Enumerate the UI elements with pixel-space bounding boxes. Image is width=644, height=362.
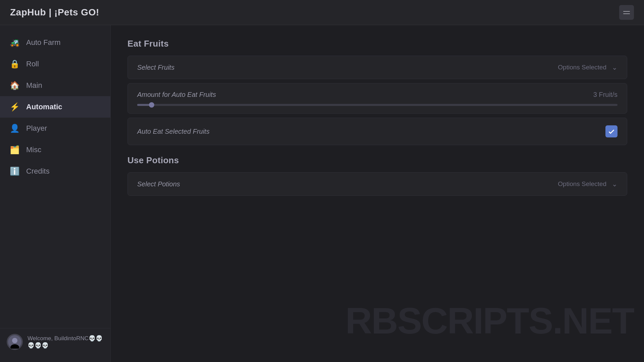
sidebar-label-main: Main (26, 81, 42, 90)
checkmark-icon (608, 128, 615, 135)
avatar (7, 334, 23, 350)
select-fruits-right: Options Selected ⌄ (558, 63, 618, 71)
main-icon: 🏠 (9, 81, 20, 90)
app-title: ZapHub | ¡Pets GO! (10, 7, 99, 18)
slider-thumb[interactable] (149, 102, 154, 108)
sidebar-label-automatic: Automatic (26, 103, 62, 111)
menu-button[interactable] (619, 5, 634, 20)
main-content: RBSCRIPTS.NET Eat Fruits Select Fruits O… (111, 25, 644, 362)
select-potions-options-text: Options Selected (558, 180, 606, 188)
slider-label: Amount for Auto Eat Fruits (137, 91, 216, 99)
menu-line-2 (623, 13, 630, 14)
sidebar-item-roll[interactable]: 🔒 Roll (0, 53, 110, 75)
sidebar-item-auto-farm[interactable]: 🚜 Auto Farm (0, 32, 110, 53)
sidebar-item-main[interactable]: 🏠 Main (0, 75, 110, 96)
auto-eat-checkbox[interactable] (605, 125, 618, 137)
automatic-icon: ⚡ (9, 102, 20, 112)
roll-icon: 🔒 (9, 59, 20, 69)
sidebar-label-roll: Roll (26, 60, 39, 68)
sidebar-item-automatic[interactable]: ⚡ Automatic (0, 96, 110, 118)
auto-eat-checkbox-card: Auto Eat Selected Fruits (127, 118, 627, 145)
select-potions-right: Options Selected ⌄ (558, 180, 618, 188)
select-fruits-label: Select Fruits (137, 64, 174, 71)
sidebar-label-credits: Credits (26, 167, 50, 176)
svg-point-1 (12, 338, 17, 343)
eat-fruits-section: Eat Fruits Select Fruits Options Selecte… (127, 39, 627, 145)
chevron-down-icon: ⌄ (612, 63, 618, 71)
chevron-down-icon-2: ⌄ (612, 180, 618, 188)
slider-value: 3 Fruit/s (593, 91, 618, 99)
slider-header: Amount for Auto Eat Fruits 3 Fruit/s (137, 91, 618, 99)
welcome-message: Welcome, BuildintoRNC💀💀💀💀💀 (28, 335, 104, 349)
sidebar: 🚜 Auto Farm 🔒 Roll 🏠 Main ⚡ Automatic 👤 … (0, 25, 111, 362)
slider-track[interactable] (137, 104, 618, 106)
avatar-image (8, 335, 21, 349)
sidebar-label-player: Player (26, 124, 47, 133)
sidebar-nav: 🚜 Auto Farm 🔒 Roll 🏠 Main ⚡ Automatic 👤 … (0, 32, 110, 328)
amount-slider-card: Amount for Auto Eat Fruits 3 Fruit/s (127, 83, 627, 114)
sidebar-item-player[interactable]: 👤 Player (0, 118, 110, 139)
menu-line-1 (623, 11, 630, 12)
select-fruits-options-text: Options Selected (558, 64, 606, 71)
select-fruits-dropdown[interactable]: Select Fruits Options Selected ⌄ (127, 56, 627, 79)
sidebar-item-misc[interactable]: 🗂️ Misc (0, 139, 110, 161)
eat-fruits-title: Eat Fruits (127, 39, 627, 49)
sidebar-label-auto-farm: Auto Farm (26, 38, 61, 47)
player-icon: 👤 (9, 124, 20, 133)
select-potions-label: Select Potions (137, 180, 180, 188)
misc-icon: 🗂️ (9, 145, 20, 155)
sidebar-label-misc: Misc (26, 145, 41, 154)
use-potions-title: Use Potions (127, 155, 627, 166)
select-potions-dropdown[interactable]: Select Potions Options Selected ⌄ (127, 172, 627, 196)
credits-icon: ℹ️ (9, 167, 20, 176)
use-potions-section: Use Potions Select Potions Options Selec… (127, 155, 627, 196)
sidebar-item-credits[interactable]: ℹ️ Credits (0, 161, 110, 182)
watermark: RBSCRIPTS.NET (345, 299, 634, 342)
auto-eat-label: Auto Eat Selected Fruits (137, 128, 210, 135)
sidebar-footer: Welcome, BuildintoRNC💀💀💀💀💀 (0, 328, 110, 355)
header: ZapHub | ¡Pets GO! (0, 0, 644, 25)
auto-farm-icon: 🚜 (9, 38, 20, 47)
layout: 🚜 Auto Farm 🔒 Roll 🏠 Main ⚡ Automatic 👤 … (0, 25, 644, 362)
